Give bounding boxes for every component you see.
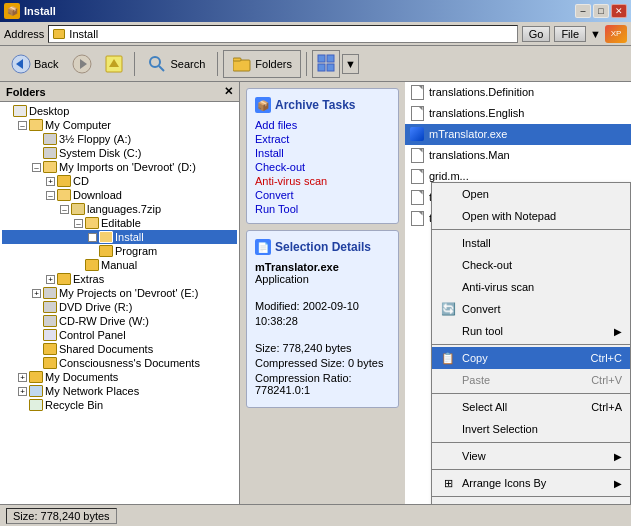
tree-item-consciousness[interactable]: Consciousness's Documents (2, 356, 237, 370)
expand-extras[interactable]: + (46, 275, 55, 284)
svg-rect-11 (327, 55, 334, 62)
file-label3: mTranslator.exe (429, 128, 507, 140)
link-runtool[interactable]: Run Tool (255, 203, 390, 215)
context-sep-2 (432, 344, 630, 345)
context-arrangeby-icon: ⊞ (440, 475, 456, 491)
forward-icon (72, 54, 92, 74)
tree-item-desktop[interactable]: Desktop (2, 104, 237, 118)
context-hidearchive-icon (440, 502, 456, 504)
tree-item-systemdisk[interactable]: System Disk (C:) (2, 146, 237, 160)
context-paste-shortcut: Ctrl+V (591, 374, 622, 386)
context-invertsel[interactable]: Invert Selection (432, 418, 630, 440)
link-checkout[interactable]: Check-out (255, 161, 390, 173)
tree-item-extras[interactable]: + Extras (2, 272, 237, 286)
tree-item-mycomputer[interactable]: – My Computer (2, 118, 237, 132)
expand-install[interactable]: + (88, 233, 97, 242)
expand-mydocs[interactable]: + (18, 373, 27, 382)
expand-devroot-d[interactable]: – (32, 163, 41, 172)
tree-item-network[interactable]: + My Network Places (2, 384, 237, 398)
file-button[interactable]: File (554, 26, 586, 42)
context-sep-5 (432, 469, 630, 470)
tree-item-download[interactable]: – Download (2, 188, 237, 202)
up-button[interactable] (99, 50, 129, 78)
folders-button[interactable]: Folders (223, 50, 301, 78)
context-view-icon (440, 448, 456, 464)
tree-item-manual[interactable]: Manual (2, 258, 237, 272)
expand-languages[interactable]: – (60, 205, 69, 214)
expand-devroot-e[interactable]: + (32, 289, 41, 298)
expand-editable[interactable]: – (74, 219, 83, 228)
tree-item-cdrw[interactable]: CD-RW Drive (W:) (2, 314, 237, 328)
context-runtool-label: Run tool (462, 325, 503, 337)
context-copy-label: Copy (462, 352, 488, 364)
svg-rect-8 (233, 60, 250, 71)
tree-item-editable[interactable]: – Editable (2, 216, 237, 230)
address-field[interactable]: Install (48, 25, 517, 43)
file-item-translations-def[interactable]: translations.Definition (405, 82, 631, 103)
view-dropdown-button[interactable]: ▼ (342, 54, 359, 74)
file-icon-doc4 (409, 168, 425, 184)
tree-item-devroot-e[interactable]: + My Projects on 'Devroot' (E:) (2, 286, 237, 300)
minimize-button[interactable]: – (575, 4, 591, 18)
context-copy[interactable]: 📋 Copy Ctrl+C (432, 347, 630, 369)
tree-item-install[interactable]: + Install (2, 230, 237, 244)
selection-size: Size: 778,240 bytes (255, 342, 390, 354)
address-chevron[interactable]: ▼ (590, 28, 601, 40)
search-button[interactable]: Search (140, 50, 212, 78)
modified-date: 2002-09-10 (303, 300, 359, 312)
file-item-translations-man[interactable]: translations.Man (405, 145, 631, 166)
svg-rect-9 (233, 58, 241, 61)
close-pane-button[interactable]: ✕ (224, 85, 233, 98)
tree-item-recycle[interactable]: Recycle Bin (2, 398, 237, 412)
link-antivirus[interactable]: Anti-virus scan (255, 175, 390, 187)
tree-item-floppy[interactable]: 3½ Floppy (A:) (2, 132, 237, 146)
context-open[interactable]: Open (432, 183, 630, 205)
expand-download[interactable]: – (46, 191, 55, 200)
file-item-translations-eng[interactable]: translations.English (405, 103, 631, 124)
expand-cd[interactable]: + (46, 177, 55, 186)
context-antivirus[interactable]: Anti-virus scan (432, 276, 630, 298)
tree-item-dvd[interactable]: DVD Drive (R:) (2, 300, 237, 314)
modified-label: Modified: (255, 300, 303, 312)
expand-mycomputer[interactable]: – (18, 121, 27, 130)
forward-button[interactable] (67, 50, 97, 78)
context-invertsel-icon (440, 421, 456, 437)
context-selectall[interactable]: Select All Ctrl+A (432, 396, 630, 418)
tree-item-program[interactable]: Program (2, 244, 237, 258)
context-hidearchive[interactable]: Hide Archive Tasks (432, 499, 630, 504)
tree-item-devroot-d[interactable]: – My Imports on 'Devroot' (D:) (2, 160, 237, 174)
close-button[interactable]: ✕ (611, 4, 627, 18)
maximize-button[interactable]: □ (593, 4, 609, 18)
go-button[interactable]: Go (522, 26, 551, 42)
link-convert[interactable]: Convert (255, 189, 390, 201)
context-arrangeby[interactable]: ⊞ Arrange Icons By ▶ (432, 472, 630, 494)
context-convert[interactable]: 🔄 Convert (432, 298, 630, 320)
view-button[interactable] (312, 50, 340, 78)
folders-label: Folders (255, 58, 292, 70)
program-icon (99, 245, 113, 257)
tree-item-controlpanel[interactable]: Control Panel (2, 328, 237, 342)
file-label4: translations.Man (429, 149, 510, 161)
controlpanel-icon (43, 329, 57, 341)
context-install[interactable]: Install (432, 232, 630, 254)
expand-network[interactable]: + (18, 387, 27, 396)
back-button[interactable]: Back (4, 50, 65, 78)
context-runtool[interactable]: Run tool ▶ (432, 320, 630, 342)
file-item-mtranslator[interactable]: mTranslator.exe (405, 124, 631, 145)
archive-panel-title: Archive Tasks (275, 98, 356, 112)
selection-ratio: Compression Ratio: 778241.0:1 (255, 372, 390, 396)
link-install[interactable]: Install (255, 147, 390, 159)
back-label: Back (34, 58, 58, 70)
link-extract[interactable]: Extract (255, 133, 390, 145)
tree-item-languages[interactable]: – languages.7zip (2, 202, 237, 216)
tree-item-cd[interactable]: + CD (2, 174, 237, 188)
link-add-files[interactable]: Add files (255, 119, 390, 131)
context-view[interactable]: View ▶ (432, 445, 630, 467)
context-antivirus-icon (440, 279, 456, 295)
context-open-label: Open (462, 188, 489, 200)
tree-item-mydocs[interactable]: + My Documents (2, 370, 237, 384)
context-checkout[interactable]: Check-out (432, 254, 630, 276)
svg-line-7 (159, 66, 164, 71)
context-open-notepad[interactable]: Open with Notepad (432, 205, 630, 227)
tree-item-shareddocs[interactable]: Shared Documents (2, 342, 237, 356)
